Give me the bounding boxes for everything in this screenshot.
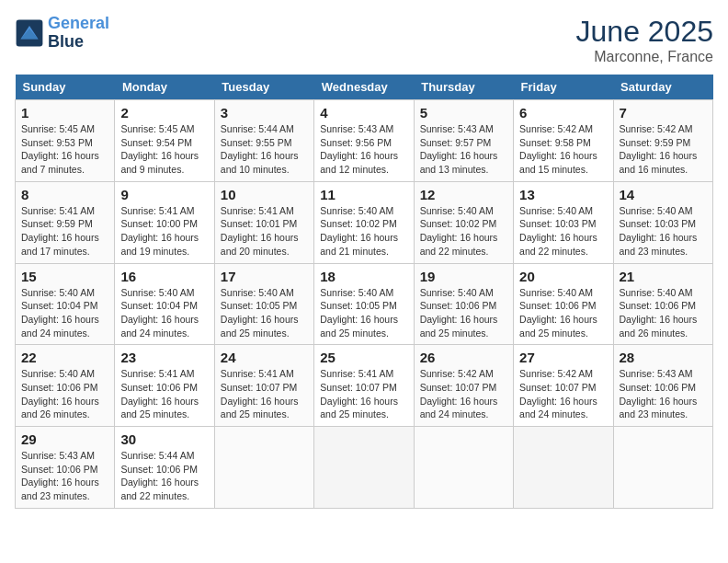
calendar-day-18: 18 Sunrise: 5:40 AM Sunset: 10:05 PM Day… <box>314 263 414 345</box>
day-info: Sunrise: 5:40 AM Sunset: 10:04 PM Daylig… <box>120 286 208 340</box>
day-info: Sunrise: 5:42 AM Sunset: 9:59 PM Dayligh… <box>620 122 707 177</box>
calendar-day-23: 23 Sunrise: 5:41 AM Sunset: 10:06 PM Day… <box>115 345 214 427</box>
day-number: 26 <box>420 350 507 365</box>
calendar-day-19: 19 Sunrise: 5:40 AM Sunset: 10:06 PM Day… <box>414 263 513 345</box>
header-wednesday: Wednesday <box>314 75 414 100</box>
day-number: 7 <box>620 105 707 121</box>
calendar-day-2: 2 Sunrise: 5:45 AM Sunset: 9:54 PM Dayli… <box>115 100 214 182</box>
day-number: 15 <box>21 269 108 284</box>
calendar-day-15: 15 Sunrise: 5:40 AM Sunset: 10:04 PM Day… <box>16 263 115 345</box>
header-thursday: Thursday <box>414 75 513 100</box>
weekday-header-row: Sunday Monday Tuesday Wednesday Thursday… <box>16 75 713 100</box>
header-tuesday: Tuesday <box>214 75 313 100</box>
day-number: 5 <box>420 105 507 121</box>
calendar-day-9: 9 Sunrise: 5:41 AM Sunset: 10:00 PM Dayl… <box>115 181 214 263</box>
calendar-day-5: 5 Sunrise: 5:43 AM Sunset: 9:57 PM Dayli… <box>414 100 513 182</box>
day-number: 18 <box>320 269 407 284</box>
calendar-week-5: 29 Sunrise: 5:43 AM Sunset: 10:06 PM Day… <box>16 427 713 509</box>
calendar-day-26: 26 Sunrise: 5:42 AM Sunset: 10:07 PM Day… <box>414 345 513 427</box>
day-info: Sunrise: 5:44 AM Sunset: 10:06 PM Daylig… <box>120 449 208 503</box>
day-info: Sunrise: 5:40 AM Sunset: 10:05 PM Daylig… <box>221 286 308 340</box>
day-number: 27 <box>519 350 607 365</box>
day-info: Sunrise: 5:40 AM Sunset: 10:05 PM Daylig… <box>320 286 407 340</box>
calendar-day-3: 3 Sunrise: 5:44 AM Sunset: 9:55 PM Dayli… <box>214 100 313 182</box>
location: Marconne, France <box>576 49 713 65</box>
day-info: Sunrise: 5:40 AM Sunset: 10:06 PM Daylig… <box>519 286 607 340</box>
logo: General Blue <box>15 15 109 52</box>
logo-text-line1: General <box>48 15 109 33</box>
header-friday: Friday <box>514 75 613 100</box>
day-number: 10 <box>221 187 308 202</box>
day-number: 29 <box>21 431 108 447</box>
day-number: 4 <box>320 105 407 121</box>
calendar-day-20: 20 Sunrise: 5:40 AM Sunset: 10:06 PM Day… <box>514 263 613 345</box>
day-info: Sunrise: 5:40 AM Sunset: 10:02 PM Daylig… <box>420 204 507 259</box>
day-info: Sunrise: 5:40 AM Sunset: 10:04 PM Daylig… <box>21 286 108 340</box>
calendar-day-12: 12 Sunrise: 5:40 AM Sunset: 10:02 PM Day… <box>414 181 513 263</box>
day-number: 1 <box>21 105 108 121</box>
calendar-day-30: 30 Sunrise: 5:44 AM Sunset: 10:06 PM Day… <box>115 427 214 509</box>
day-info: Sunrise: 5:43 AM Sunset: 9:56 PM Dayligh… <box>320 122 407 177</box>
calendar-day-28: 28 Sunrise: 5:43 AM Sunset: 10:06 PM Day… <box>613 345 712 427</box>
calendar-day-17: 17 Sunrise: 5:40 AM Sunset: 10:05 PM Day… <box>214 263 313 345</box>
day-info: Sunrise: 5:41 AM Sunset: 10:06 PM Daylig… <box>120 367 208 421</box>
calendar-day-4: 4 Sunrise: 5:43 AM Sunset: 9:56 PM Dayli… <box>314 100 414 182</box>
day-info: Sunrise: 5:41 AM Sunset: 10:01 PM Daylig… <box>221 204 308 259</box>
month-title: June 2025 <box>576 15 713 49</box>
calendar-empty <box>214 427 313 509</box>
day-number: 9 <box>120 187 208 202</box>
calendar-empty <box>613 427 712 509</box>
calendar-week-2: 8 Sunrise: 5:41 AM Sunset: 9:59 PM Dayli… <box>16 181 713 263</box>
day-number: 14 <box>620 187 707 202</box>
calendar-day-27: 27 Sunrise: 5:42 AM Sunset: 10:07 PM Day… <box>514 345 613 427</box>
page-header: General Blue June 2025 Marconne, France <box>15 15 713 65</box>
day-number: 24 <box>221 350 308 365</box>
calendar-day-13: 13 Sunrise: 5:40 AM Sunset: 10:03 PM Day… <box>514 181 613 263</box>
day-number: 12 <box>420 187 507 202</box>
calendar-table: Sunday Monday Tuesday Wednesday Thursday… <box>15 75 713 509</box>
day-number: 20 <box>519 269 607 284</box>
calendar-week-3: 15 Sunrise: 5:40 AM Sunset: 10:04 PM Day… <box>16 263 713 345</box>
logo-text-line2: Blue <box>48 33 109 52</box>
day-number: 28 <box>620 350 707 365</box>
day-number: 13 <box>519 187 607 202</box>
calendar-day-22: 22 Sunrise: 5:40 AM Sunset: 10:06 PM Day… <box>16 345 115 427</box>
day-number: 6 <box>519 105 607 121</box>
day-info: Sunrise: 5:40 AM Sunset: 10:06 PM Daylig… <box>620 286 707 340</box>
day-info: Sunrise: 5:44 AM Sunset: 9:55 PM Dayligh… <box>221 122 308 177</box>
calendar-day-11: 11 Sunrise: 5:40 AM Sunset: 10:02 PM Day… <box>314 181 414 263</box>
day-info: Sunrise: 5:42 AM Sunset: 10:07 PM Daylig… <box>420 367 507 421</box>
calendar-week-1: 1 Sunrise: 5:45 AM Sunset: 9:53 PM Dayli… <box>16 100 713 182</box>
day-info: Sunrise: 5:41 AM Sunset: 10:07 PM Daylig… <box>221 367 308 421</box>
day-number: 23 <box>120 350 208 365</box>
calendar-empty <box>514 427 613 509</box>
day-info: Sunrise: 5:40 AM Sunset: 10:06 PM Daylig… <box>21 367 108 421</box>
day-info: Sunrise: 5:43 AM Sunset: 10:06 PM Daylig… <box>21 449 108 503</box>
calendar-day-14: 14 Sunrise: 5:40 AM Sunset: 10:03 PM Day… <box>613 181 712 263</box>
calendar-empty <box>314 427 414 509</box>
header-monday: Monday <box>115 75 214 100</box>
day-info: Sunrise: 5:41 AM Sunset: 10:00 PM Daylig… <box>120 204 208 259</box>
title-block: June 2025 Marconne, France <box>576 15 713 65</box>
day-info: Sunrise: 5:40 AM Sunset: 10:03 PM Daylig… <box>519 204 607 259</box>
day-info: Sunrise: 5:42 AM Sunset: 9:58 PM Dayligh… <box>519 122 607 177</box>
calendar-day-7: 7 Sunrise: 5:42 AM Sunset: 9:59 PM Dayli… <box>613 100 712 182</box>
logo-icon <box>15 18 44 48</box>
day-number: 16 <box>120 269 208 284</box>
day-number: 2 <box>120 105 208 121</box>
day-number: 8 <box>21 187 108 202</box>
header-sunday: Sunday <box>16 75 115 100</box>
day-info: Sunrise: 5:41 AM Sunset: 10:07 PM Daylig… <box>320 367 407 421</box>
day-info: Sunrise: 5:40 AM Sunset: 10:02 PM Daylig… <box>320 204 407 259</box>
day-number: 25 <box>320 350 407 365</box>
day-info: Sunrise: 5:40 AM Sunset: 10:03 PM Daylig… <box>620 204 707 259</box>
day-number: 22 <box>21 350 108 365</box>
calendar-day-29: 29 Sunrise: 5:43 AM Sunset: 10:06 PM Day… <box>16 427 115 509</box>
calendar-day-6: 6 Sunrise: 5:42 AM Sunset: 9:58 PM Dayli… <box>514 100 613 182</box>
day-info: Sunrise: 5:41 AM Sunset: 9:59 PM Dayligh… <box>21 204 108 259</box>
calendar-day-21: 21 Sunrise: 5:40 AM Sunset: 10:06 PM Day… <box>613 263 712 345</box>
day-info: Sunrise: 5:45 AM Sunset: 9:53 PM Dayligh… <box>21 122 108 177</box>
calendar-empty <box>414 427 513 509</box>
calendar-day-24: 24 Sunrise: 5:41 AM Sunset: 10:07 PM Day… <box>214 345 313 427</box>
day-number: 3 <box>221 105 308 121</box>
